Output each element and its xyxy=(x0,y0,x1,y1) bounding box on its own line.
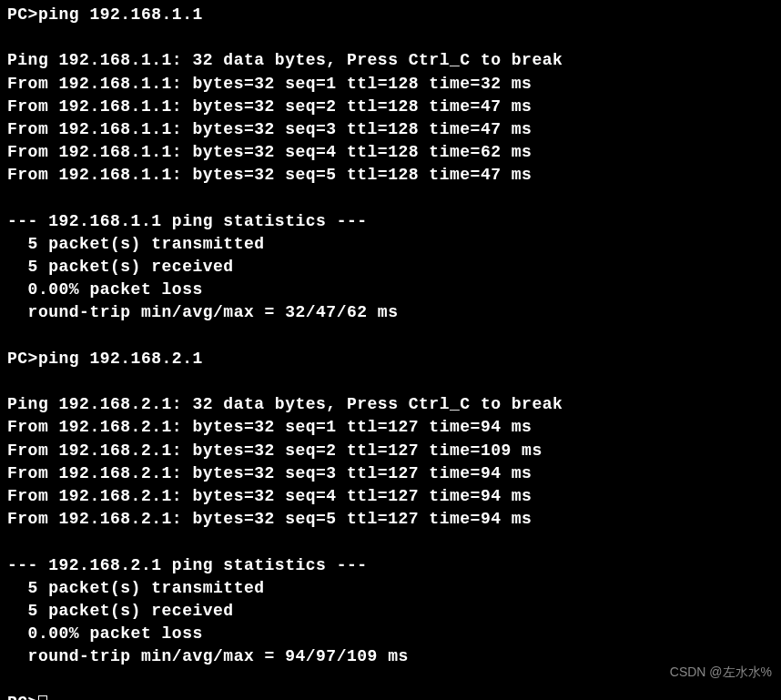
stats-header-2: --- 192.168.2.1 ping statistics --- xyxy=(7,554,774,577)
ping-reply: From 192.168.2.1: bytes=32 seq=4 ttl=127… xyxy=(7,485,774,508)
ping-header-1: Ping 192.168.1.1: 32 data bytes, Press C… xyxy=(7,49,774,72)
blank-line xyxy=(7,370,774,393)
stats-transmitted: 5 packet(s) transmitted xyxy=(7,577,774,600)
stats-rtt: round-trip min/avg/max = 94/97/109 ms xyxy=(7,645,774,668)
ping-reply: From 192.168.1.1: bytes=32 seq=4 ttl=128… xyxy=(7,141,774,164)
ping-reply: From 192.168.1.1: bytes=32 seq=5 ttl=128… xyxy=(7,164,774,187)
watermark-text: CSDN @左水水% xyxy=(670,664,772,682)
command-prompt-2: PC>ping 192.168.2.1 xyxy=(7,348,774,370)
blank-line xyxy=(7,668,774,691)
stats-header-1: --- 192.168.1.1 ping statistics --- xyxy=(7,210,774,233)
ping-reply: From 192.168.1.1: bytes=32 seq=2 ttl=128… xyxy=(7,96,774,118)
terminal-output: PC>ping 192.168.1.1 Ping 192.168.1.1: 32… xyxy=(7,4,774,700)
ping-reply: From 192.168.2.1: bytes=32 seq=1 ttl=127… xyxy=(7,416,774,439)
stats-loss: 0.00% packet loss xyxy=(7,279,774,301)
ping-header-2: Ping 192.168.2.1: 32 data bytes, Press C… xyxy=(7,393,774,416)
stats-received: 5 packet(s) received xyxy=(7,256,774,279)
ping-reply: From 192.168.2.1: bytes=32 seq=5 ttl=127… xyxy=(7,508,774,531)
blank-line xyxy=(7,188,774,210)
blank-line xyxy=(7,26,774,49)
stats-transmitted: 5 packet(s) transmitted xyxy=(7,233,774,256)
cursor-icon xyxy=(38,695,47,700)
blank-line xyxy=(7,325,774,348)
stats-received: 5 packet(s) received xyxy=(7,600,774,623)
ping-reply: From 192.168.2.1: bytes=32 seq=2 ttl=127… xyxy=(7,440,774,462)
active-prompt[interactable]: PC> xyxy=(7,692,774,700)
ping-reply: From 192.168.1.1: bytes=32 seq=3 ttl=128… xyxy=(7,118,774,141)
prompt-text: PC> xyxy=(7,694,38,700)
blank-line xyxy=(7,531,774,553)
stats-loss: 0.00% packet loss xyxy=(7,623,774,645)
ping-reply: From 192.168.2.1: bytes=32 seq=3 ttl=127… xyxy=(7,462,774,485)
top-partial-command: PC>ping 192.168.1.1 xyxy=(7,4,774,26)
ping-reply: From 192.168.1.1: bytes=32 seq=1 ttl=128… xyxy=(7,73,774,96)
stats-rtt: round-trip min/avg/max = 32/47/62 ms xyxy=(7,301,774,324)
